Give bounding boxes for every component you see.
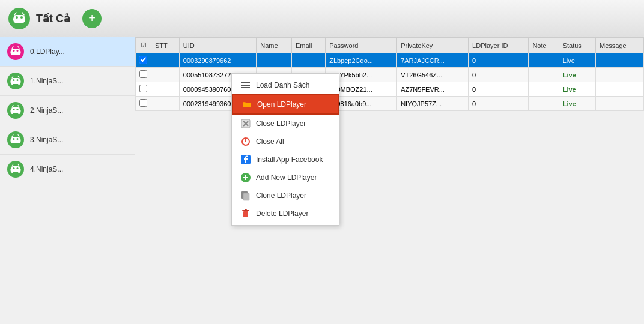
svg-rect-48 xyxy=(242,82,250,83)
table-row[interactable]: 00023194993600a9816a0b9...NIYQJP57Z...0L… xyxy=(136,97,644,111)
col-ldplayer-id: LDPlayer ID xyxy=(469,38,529,53)
col-privatekey: PrivateKey xyxy=(397,38,469,53)
context-menu-close-all[interactable]: Close All xyxy=(232,133,339,151)
col-status: Status xyxy=(559,38,595,53)
context-menu-delete-label: Delete LDPlayer xyxy=(256,209,308,218)
context-menu-load[interactable]: Load Danh Sách xyxy=(232,76,339,94)
context-menu-clone[interactable]: Clone LDPlayer xyxy=(232,187,339,205)
table-cell-8 xyxy=(529,82,559,97)
sidebar-icon-1 xyxy=(6,71,25,91)
col-password: Password xyxy=(326,38,397,53)
sidebar-item-label-0: 0.LDPlay... xyxy=(30,47,65,56)
context-menu-add-new-label: Add New LDPlayer xyxy=(256,173,317,182)
table-cell-10 xyxy=(595,68,643,82)
table-cell-8 xyxy=(529,97,559,111)
power-icon xyxy=(240,136,251,147)
table-cell-1 xyxy=(151,53,180,68)
table-cell-3 xyxy=(257,53,292,68)
table-cell-0[interactable] xyxy=(136,97,151,111)
svg-point-37 xyxy=(17,138,19,140)
context-menu-clone-label: Clone LDPlayer xyxy=(256,191,306,200)
table-cell-10 xyxy=(595,97,643,111)
table-cell-9: Live xyxy=(559,82,595,97)
context-menu-delete[interactable]: Delete LDPlayer xyxy=(232,205,339,223)
data-table: ☑ STT UID Name Email Password PrivateKey… xyxy=(135,37,644,111)
table-cell-8 xyxy=(529,53,559,68)
sidebar-item-label-4: 4.NinjaS... xyxy=(30,165,63,173)
table-cell-0[interactable] xyxy=(136,82,151,97)
clone-icon xyxy=(240,190,251,201)
col-uid: UID xyxy=(179,38,256,53)
context-menu-install[interactable]: Install App Facebook xyxy=(232,151,339,169)
folder-icon xyxy=(242,99,252,110)
sidebar-icon-2 xyxy=(6,101,25,120)
svg-rect-27 xyxy=(11,107,20,113)
context-menu-close-label: Close LDPlayer xyxy=(256,119,306,128)
facebook-icon xyxy=(240,154,251,165)
svg-rect-3 xyxy=(14,15,25,23)
svg-point-29 xyxy=(17,109,19,110)
list-icon xyxy=(240,80,251,91)
sidebar-item-label-1: 1.NinjaS... xyxy=(30,77,63,85)
table-cell-7: 0 xyxy=(469,53,529,68)
svg-point-20 xyxy=(13,79,15,81)
table-cell-9: Live xyxy=(559,53,595,68)
app-title-section: Tất Cả xyxy=(7,7,70,31)
table-cell-9: Live xyxy=(559,97,595,111)
svg-rect-62 xyxy=(243,193,249,200)
svg-rect-63 xyxy=(243,211,248,217)
sidebar-item-2[interactable]: 2.NinjaS... xyxy=(0,96,135,125)
svg-point-13 xyxy=(17,50,19,52)
table-row[interactable]: 00009453907600e0MBOZ21...AZ7N5FEVR...0Li… xyxy=(136,82,644,97)
table-cell-6: AZ7N5FEVR... xyxy=(397,82,469,97)
svg-rect-11 xyxy=(11,49,20,55)
svg-point-36 xyxy=(13,138,15,140)
add-button[interactable]: + xyxy=(82,9,102,28)
context-menu-load-label: Load Danh Sách xyxy=(256,81,309,89)
col-message: Message xyxy=(595,38,643,53)
svg-point-45 xyxy=(17,167,19,169)
col-note: Note xyxy=(529,38,559,53)
table-cell-6: 7ARJAJCCR... xyxy=(397,53,469,68)
table-cell-0[interactable] xyxy=(136,68,151,82)
svg-point-12 xyxy=(13,50,15,52)
sidebar-icon-0 xyxy=(6,42,25,61)
svg-rect-49 xyxy=(242,85,250,86)
table-cell-1 xyxy=(151,82,180,97)
svg-rect-19 xyxy=(11,78,20,84)
col-name: Name xyxy=(257,38,292,53)
sidebar-icon-4 xyxy=(6,160,25,179)
sidebar-item-0[interactable]: 0.LDPlay... xyxy=(0,37,135,67)
table-cell-7: 0 xyxy=(469,82,529,97)
context-menu-close[interactable]: Close LDPlayer xyxy=(232,115,339,133)
context-menu-install-label: Install App Facebook xyxy=(256,155,323,164)
context-menu: Load Danh Sách Open LDPlayer xyxy=(231,73,339,226)
table-cell-7: 0 xyxy=(469,97,529,111)
table-cell-1 xyxy=(151,97,180,111)
svg-point-4 xyxy=(16,16,18,19)
svg-point-28 xyxy=(13,109,15,110)
context-menu-open[interactable]: Open LDPlayer xyxy=(232,94,339,115)
table-cell-7: 0 xyxy=(469,68,529,82)
svg-point-21 xyxy=(17,79,19,81)
table-row[interactable]: 0005510873272Ar8YPk5bb2...VT26G546Z...0L… xyxy=(136,68,644,82)
sidebar-item-3[interactable]: 3.NinjaS... xyxy=(0,125,135,155)
close-icon xyxy=(240,118,251,129)
sidebar-item-1[interactable]: 1.NinjaS... xyxy=(0,67,135,96)
table-cell-9: Live xyxy=(559,68,595,82)
svg-rect-65 xyxy=(245,209,247,210)
col-stt: STT xyxy=(151,38,180,53)
table-cell-0[interactable] xyxy=(136,53,151,68)
svg-rect-35 xyxy=(11,137,20,143)
svg-rect-64 xyxy=(242,210,249,211)
svg-rect-51 xyxy=(243,103,251,107)
sidebar-item-4[interactable]: 4.NinjaS... xyxy=(0,155,135,184)
sidebar-icon-3 xyxy=(6,130,25,149)
top-bar: Tất Cả + xyxy=(0,0,644,37)
context-menu-close-all-label: Close All xyxy=(256,137,284,146)
table-row[interactable]: 0003290879662ZLbpep2Cqo...7ARJAJCCR...0L… xyxy=(136,53,644,68)
context-menu-open-label: Open LDPlayer xyxy=(257,100,306,109)
android-logo-icon xyxy=(7,7,31,31)
context-menu-add-new[interactable]: Add New LDPlayer xyxy=(232,169,339,187)
table-wrapper: ☑ STT UID Name Email Password PrivateKey… xyxy=(135,37,644,324)
